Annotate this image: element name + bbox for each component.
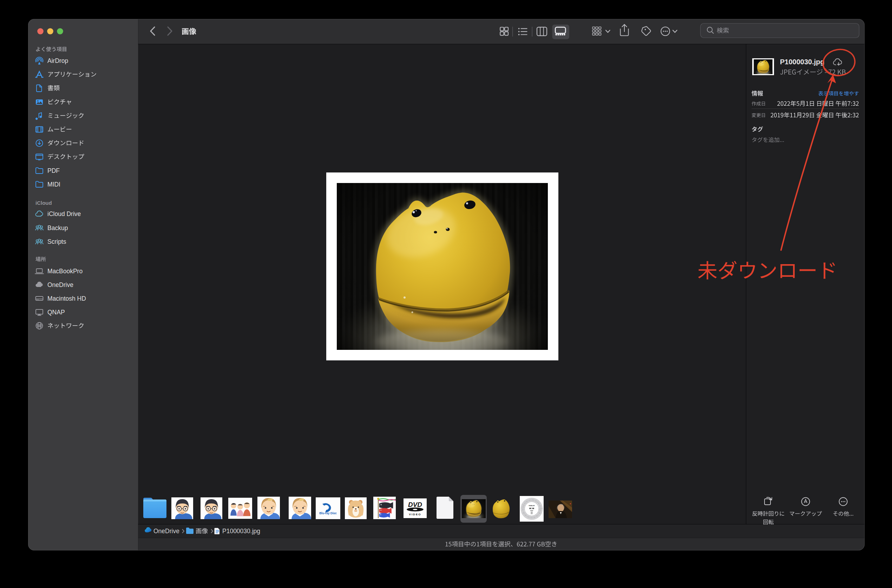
svg-text:iCloud Drive: iCloud Drive: [47, 210, 81, 218]
svg-text:VIDEO: VIDEO: [409, 513, 421, 516]
svg-text:Macintosh HD: Macintosh HD: [47, 295, 86, 302]
svg-text:QNAP: QNAP: [47, 309, 65, 316]
svg-text:Blu-ray Disc: Blu-ray Disc: [319, 512, 337, 515]
svg-text:OneDrive: OneDrive: [153, 528, 180, 535]
svg-text:OneDrive: OneDrive: [47, 281, 73, 288]
svg-text:AirDrop: AirDrop: [47, 57, 68, 64]
svg-text:P1000030.jpg: P1000030.jpg: [222, 528, 260, 535]
svg-text:MIDI: MIDI: [47, 181, 60, 188]
svg-text:iCloud: iCloud: [36, 200, 52, 206]
svg-text:Backup: Backup: [47, 225, 68, 231]
svg-text:DVD: DVD: [408, 501, 422, 508]
svg-text:PEMBLER: PEMBLER: [529, 505, 535, 507]
svg-text:MacBookPro: MacBookPro: [47, 268, 82, 274]
svg-text:Scripts: Scripts: [47, 238, 66, 245]
svg-text:PDF: PDF: [47, 167, 60, 174]
svg-text:P1000030.jpg: P1000030.jpg: [780, 58, 825, 66]
